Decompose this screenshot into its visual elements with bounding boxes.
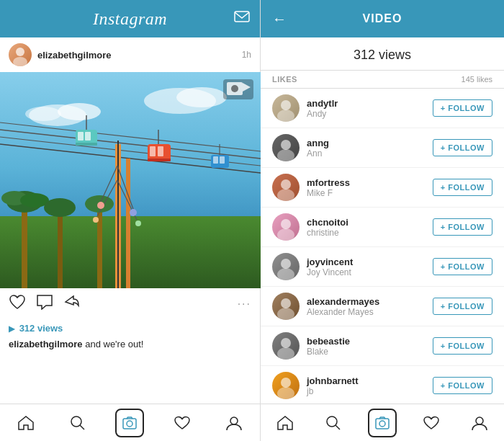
more-options-icon[interactable]: ··· <box>238 298 251 311</box>
follow-button[interactable]: + FOLLOW <box>433 139 492 156</box>
right-header: ← VIDEO <box>261 0 504 37</box>
user-handle[interactable]: andytlr <box>307 98 433 109</box>
svg-point-77 <box>476 417 483 424</box>
follow-button[interactable]: + FOLLOW <box>433 377 492 394</box>
user-avatar[interactable] <box>272 213 300 241</box>
post-user-avatar[interactable] <box>9 43 32 66</box>
left-panel: Instagram elizabethgilmore 1h <box>0 0 261 441</box>
instagram-logo: Instagram <box>93 9 167 29</box>
svg-point-52 <box>71 416 81 427</box>
nav-profile[interactable] <box>218 407 250 439</box>
user-display-name: Blake <box>307 347 433 357</box>
user-avatar[interactable] <box>272 293 300 320</box>
list-item: chcnoitoi christine + FOLLOW <box>261 208 504 247</box>
users-list: andytlr Andy + FOLLOW anng Ann + FOLLOW <box>261 89 504 404</box>
follow-button[interactable]: + FOLLOW <box>433 298 492 315</box>
follow-button[interactable]: + FOLLOW <box>433 258 492 275</box>
user-avatar[interactable] <box>272 372 300 399</box>
caption-username[interactable]: elizabethgilmore <box>9 339 83 349</box>
post-caption: elizabethgilmore and we're out! <box>0 336 260 356</box>
svg-rect-31 <box>117 141 119 288</box>
post-user-info: elizabethgilmore <box>9 43 112 66</box>
right-nav-profile[interactable] <box>464 407 495 439</box>
right-bottom-nav <box>261 404 504 441</box>
left-header: Instagram <box>0 0 260 37</box>
svg-line-74 <box>336 425 340 429</box>
user-handle[interactable]: johnbarnett <box>307 375 433 386</box>
svg-rect-38 <box>97 205 102 288</box>
svg-rect-17 <box>78 132 84 141</box>
like-icon[interactable] <box>9 294 26 314</box>
svg-point-69 <box>281 338 291 348</box>
direct-icon[interactable] <box>234 11 250 27</box>
svg-point-65 <box>281 259 291 269</box>
svg-rect-28 <box>220 156 225 164</box>
back-button[interactable]: ← <box>272 11 287 27</box>
list-item: anng Ann + FOLLOW <box>261 128 504 168</box>
svg-rect-23 <box>158 146 163 156</box>
post-username[interactable]: elizabethgilmore <box>37 50 112 61</box>
svg-point-1 <box>16 48 24 56</box>
likes-count: 145 likes <box>462 75 492 84</box>
svg-point-2 <box>13 57 27 66</box>
right-nav-camera[interactable] <box>366 407 398 439</box>
likes-label: LIKES <box>272 75 297 84</box>
svg-point-71 <box>281 378 291 388</box>
user-display-name: jb <box>307 386 433 396</box>
svg-point-47 <box>135 220 141 226</box>
user-avatar[interactable] <box>272 332 300 360</box>
user-info: mfortress Mike F <box>307 177 433 198</box>
nav-camera[interactable] <box>114 407 145 439</box>
follow-button[interactable]: + FOLLOW <box>433 218 492 236</box>
svg-rect-54 <box>123 419 136 429</box>
svg-point-7 <box>58 103 101 120</box>
left-bottom-nav <box>0 404 260 441</box>
user-avatar[interactable] <box>272 174 300 201</box>
user-handle[interactable]: chcnoitoi <box>307 217 433 228</box>
list-item: mfortress Mike F + FOLLOW <box>261 168 504 208</box>
user-display-name: Joy Vincent <box>307 267 433 277</box>
follow-button[interactable]: + FOLLOW <box>433 337 492 355</box>
nav-search[interactable] <box>62 407 94 439</box>
user-handle[interactable]: joyvincent <box>307 257 433 267</box>
right-nav-heart[interactable] <box>415 407 447 439</box>
svg-rect-30 <box>126 159 130 288</box>
post-user-row: elizabethgilmore 1h <box>0 37 260 72</box>
svg-point-60 <box>277 149 294 161</box>
user-display-name: Alexander Mayes <box>307 307 433 317</box>
user-avatar[interactable] <box>272 94 300 122</box>
post-views[interactable]: ▶ 312 views <box>0 320 260 336</box>
svg-rect-24 <box>148 159 171 161</box>
views-count-section: 312 views <box>261 37 504 70</box>
list-item: andytlr Andy + FOLLOW <box>261 89 504 128</box>
follow-button[interactable]: + FOLLOW <box>433 99 492 117</box>
nav-home[interactable] <box>10 407 42 439</box>
right-nav-search[interactable] <box>318 407 349 439</box>
svg-point-70 <box>277 347 294 360</box>
right-nav-home[interactable] <box>269 407 301 439</box>
svg-point-55 <box>127 421 132 427</box>
user-handle[interactable]: alexandermayes <box>307 296 433 307</box>
user-display-name: christine <box>307 228 433 238</box>
svg-point-58 <box>277 110 294 122</box>
svg-point-8 <box>25 107 61 121</box>
post-actions-left <box>9 294 81 314</box>
share-icon[interactable] <box>63 294 81 314</box>
svg-point-66 <box>277 268 294 280</box>
svg-point-59 <box>281 140 291 150</box>
views-count: ▶ 312 views <box>9 323 63 334</box>
user-handle[interactable]: anng <box>307 138 433 148</box>
user-avatar[interactable] <box>272 253 300 280</box>
user-handle[interactable]: bebeastie <box>307 336 433 347</box>
svg-point-50 <box>231 85 238 92</box>
nav-heart[interactable] <box>166 407 198 439</box>
list-item: alexandermayes Alexander Mayes + FOLLOW <box>261 287 504 326</box>
comment-icon[interactable] <box>36 294 53 314</box>
svg-point-57 <box>281 100 291 110</box>
svg-point-63 <box>281 219 291 229</box>
user-handle[interactable]: mfortress <box>307 177 433 188</box>
user-info: joyvincent Joy Vincent <box>307 257 433 277</box>
svg-point-72 <box>277 387 294 399</box>
user-avatar[interactable] <box>272 134 300 161</box>
follow-button[interactable]: + FOLLOW <box>433 179 492 196</box>
